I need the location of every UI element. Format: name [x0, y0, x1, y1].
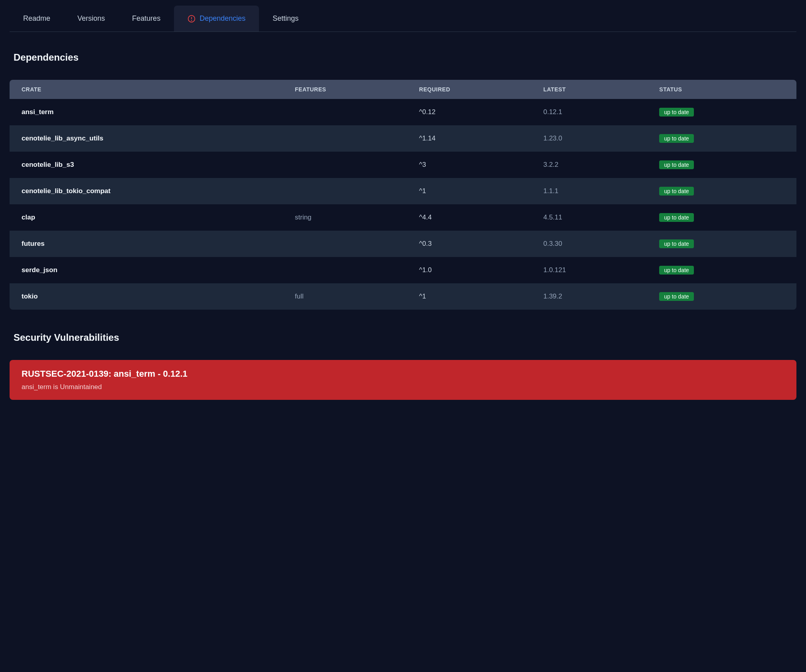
- vulnerability-card[interactable]: RUSTSEC-2021-0139: ansi_term - 0.12.1 an…: [10, 360, 796, 400]
- crate-name-cell: serde_json: [10, 257, 283, 283]
- table-row[interactable]: futures^0.30.3.30up to date: [10, 231, 796, 257]
- header-status: STATUS: [647, 80, 796, 99]
- status-cell: up to date: [647, 231, 796, 257]
- crate-name-cell: cenotelie_lib_tokio_compat: [10, 178, 283, 204]
- header-features: FEATURES: [283, 80, 407, 99]
- tab-bar: Readme Versions Features Dependencies Se…: [10, 6, 796, 32]
- table-row[interactable]: clapstring^4.44.5.11up to date: [10, 204, 796, 231]
- features-cell: [283, 231, 407, 257]
- required-cell: ^0.3: [407, 231, 531, 257]
- svg-point-2: [192, 20, 192, 20]
- latest-cell: 4.5.11: [531, 204, 648, 231]
- status-cell: up to date: [647, 99, 796, 125]
- tab-settings[interactable]: Settings: [259, 6, 312, 32]
- latest-cell: 0.12.1: [531, 99, 648, 125]
- features-cell: [283, 99, 407, 125]
- status-badge: up to date: [659, 292, 693, 301]
- dependencies-heading: Dependencies: [10, 52, 796, 63]
- tab-label: Dependencies: [200, 14, 245, 23]
- tab-readme[interactable]: Readme: [10, 6, 64, 32]
- crate-name-cell: ansi_term: [10, 99, 283, 125]
- tab-label: Versions: [77, 14, 105, 23]
- table-row[interactable]: tokiofull^11.39.2up to date: [10, 283, 796, 310]
- status-badge: up to date: [659, 160, 693, 169]
- header-latest: LATEST: [531, 80, 648, 99]
- tab-label: Settings: [273, 14, 298, 23]
- table-row[interactable]: cenotelie_lib_s3^33.2.2up to date: [10, 152, 796, 178]
- tab-label: Readme: [23, 14, 50, 23]
- alert-icon: [188, 15, 196, 23]
- table-row[interactable]: ansi_term^0.120.12.1up to date: [10, 99, 796, 125]
- features-cell: string: [283, 204, 407, 231]
- required-cell: ^3: [407, 152, 531, 178]
- dependencies-table-wrapper: CRATE FEATURES REQUIRED LATEST STATUS an…: [10, 80, 796, 310]
- vulnerability-title: RUSTSEC-2021-0139: ansi_term - 0.12.1: [22, 369, 784, 379]
- status-cell: up to date: [647, 204, 796, 231]
- latest-cell: 1.39.2: [531, 283, 648, 310]
- required-cell: ^1: [407, 283, 531, 310]
- required-cell: ^4.4: [407, 204, 531, 231]
- table-row[interactable]: cenotelie_lib_async_utils^1.141.23.0up t…: [10, 125, 796, 152]
- latest-cell: 3.2.2: [531, 152, 648, 178]
- status-cell: up to date: [647, 283, 796, 310]
- dependencies-table: CRATE FEATURES REQUIRED LATEST STATUS an…: [10, 80, 796, 310]
- latest-cell: 0.3.30: [531, 231, 648, 257]
- tab-features[interactable]: Features: [119, 6, 174, 32]
- latest-cell: 1.1.1: [531, 178, 648, 204]
- status-badge: up to date: [659, 213, 693, 222]
- crate-name-cell: clap: [10, 204, 283, 231]
- crate-name-cell: cenotelie_lib_async_utils: [10, 125, 283, 152]
- crate-name-cell: futures: [10, 231, 283, 257]
- table-row[interactable]: cenotelie_lib_tokio_compat^11.1.1up to d…: [10, 178, 796, 204]
- crate-name-cell: tokio: [10, 283, 283, 310]
- required-cell: ^0.12: [407, 99, 531, 125]
- required-cell: ^1.14: [407, 125, 531, 152]
- status-badge: up to date: [659, 187, 693, 196]
- status-cell: up to date: [647, 178, 796, 204]
- latest-cell: 1.0.121: [531, 257, 648, 283]
- features-cell: [283, 257, 407, 283]
- status-badge: up to date: [659, 108, 693, 117]
- features-cell: [283, 152, 407, 178]
- tab-label: Features: [132, 14, 160, 23]
- tab-dependencies[interactable]: Dependencies: [174, 6, 259, 32]
- status-badge: up to date: [659, 239, 693, 248]
- status-badge: up to date: [659, 134, 693, 143]
- status-cell: up to date: [647, 152, 796, 178]
- required-cell: ^1: [407, 178, 531, 204]
- vulnerability-description: ansi_term is Unmaintained: [22, 383, 784, 391]
- header-crate: CRATE: [10, 80, 283, 99]
- table-row[interactable]: serde_json^1.01.0.121up to date: [10, 257, 796, 283]
- status-cell: up to date: [647, 125, 796, 152]
- latest-cell: 1.23.0: [531, 125, 648, 152]
- status-badge: up to date: [659, 266, 693, 275]
- security-heading: Security Vulnerabilities: [10, 332, 796, 343]
- features-cell: [283, 125, 407, 152]
- required-cell: ^1.0: [407, 257, 531, 283]
- crate-name-cell: cenotelie_lib_s3: [10, 152, 283, 178]
- header-required: REQUIRED: [407, 80, 531, 99]
- features-cell: full: [283, 283, 407, 310]
- features-cell: [283, 178, 407, 204]
- status-cell: up to date: [647, 257, 796, 283]
- tab-versions[interactable]: Versions: [64, 6, 119, 32]
